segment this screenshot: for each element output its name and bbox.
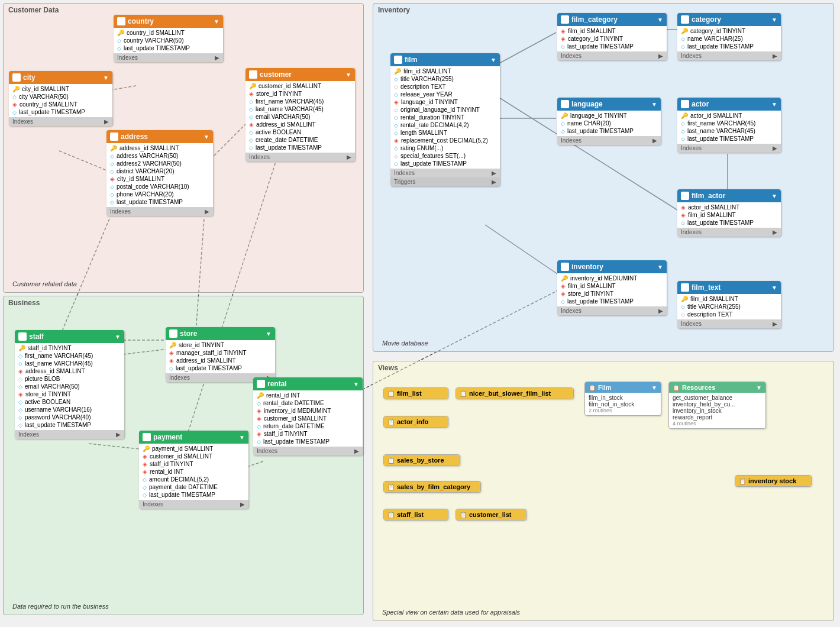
table-address-footer[interactable]: Indexes ▶ bbox=[106, 207, 213, 216]
table-film-body: 🔑film_id SMALLINT ◇title VARCHAR(255) ◇d… bbox=[390, 66, 500, 169]
table-film-actor-name: film_actor bbox=[692, 192, 725, 200]
table-film-footer[interactable]: Indexes ▶ bbox=[390, 169, 500, 177]
table-row: ◈store_id TINYINT bbox=[15, 390, 124, 398]
table-icon bbox=[681, 100, 689, 108]
table-row: ◇username VARCHAR(16) bbox=[15, 406, 124, 413]
table-row: ◈manager_staff_id TINYINT bbox=[166, 349, 275, 357]
table-inventory-footer[interactable]: Indexes ▶ bbox=[557, 306, 667, 315]
table-language-body: 🔑language_id TINYINT ◇name CHAR(20) ◇las… bbox=[557, 111, 661, 136]
view-staff-list-header: 📋 staff_list bbox=[384, 509, 448, 520]
table-customer-footer[interactable]: Indexes ▶ bbox=[245, 153, 355, 161]
table-country-footer[interactable]: Indexes ▶ bbox=[114, 53, 223, 62]
table-country[interactable]: country ▼ 🔑country_id SMALLINT ◇country … bbox=[114, 15, 223, 62]
table-film-actor-header: film_actor ▼ bbox=[677, 189, 781, 202]
view-staff-list-label: staff_list bbox=[397, 511, 424, 518]
table-row: ◇last_name VARCHAR(45) bbox=[245, 105, 355, 113]
table-language-footer[interactable]: Indexes ▶ bbox=[557, 136, 661, 145]
table-row: ◈city_id SMALLINT bbox=[106, 175, 213, 183]
table-rental-footer[interactable]: Indexes ▶ bbox=[253, 447, 363, 455]
routine-item: film_not_in_stock bbox=[589, 401, 657, 408]
table-row: ◇title VARCHAR(255) bbox=[390, 75, 500, 83]
table-address[interactable]: address ▼ 🔑address_id SMALLINT ◇address … bbox=[106, 130, 213, 216]
table-category[interactable]: category ▼ 🔑category_id TINYINT ◇name VA… bbox=[677, 13, 781, 60]
table-film-text-name: film_text bbox=[692, 283, 721, 292]
table-icon bbox=[117, 17, 125, 25]
table-inventory-body: 🔑inventory_id MEDIUMINT ◈film_id SMALLIN… bbox=[557, 273, 667, 306]
table-film-category-header: film_category ▼ bbox=[557, 13, 667, 26]
table-payment-name: payment bbox=[153, 433, 182, 441]
table-row: ◇title VARCHAR(255) bbox=[677, 303, 781, 311]
view-customer-list[interactable]: 📋 customer_list bbox=[455, 509, 526, 521]
table-icon bbox=[681, 283, 689, 292]
table-city-name: city bbox=[23, 73, 35, 82]
table-payment-body: 🔑payment_id SMALLINT ◈customer_id SMALLI… bbox=[139, 444, 248, 500]
table-icon bbox=[169, 329, 177, 338]
table-rental-header: rental ▼ bbox=[253, 377, 363, 390]
table-film-category-body: ◈film_id SMALLINT ◈category_id TINYINT ◇… bbox=[557, 26, 667, 51]
table-inventory[interactable]: inventory ▼ 🔑inventory_id MEDIUMINT ◈fil… bbox=[557, 260, 667, 315]
table-country-body: 🔑country_id SMALLINT ◇country VARCHAR(50… bbox=[114, 28, 223, 53]
table-film-category-footer[interactable]: Indexes ▶ bbox=[557, 51, 667, 60]
table-city-footer[interactable]: Indexes ▶ bbox=[9, 117, 112, 126]
table-language[interactable]: language ▼ 🔑language_id TINYINT ◇name CH… bbox=[557, 98, 661, 145]
table-payment[interactable]: payment ▼ 🔑payment_id SMALLINT ◈customer… bbox=[139, 431, 248, 509]
table-film-actor[interactable]: film_actor ▼ ◈actor_id SMALLINT ◈film_id… bbox=[677, 189, 781, 237]
table-language-name: language bbox=[571, 100, 603, 108]
table-film[interactable]: film ▼ 🔑film_id SMALLINT ◇title VARCHAR(… bbox=[390, 53, 500, 186]
table-film-name: film bbox=[405, 56, 417, 64]
view-sales-store[interactable]: 📋 sales_by_store bbox=[383, 454, 460, 466]
table-actor[interactable]: actor ▼ 🔑actor_id SMALLINT ◇first_name V… bbox=[677, 98, 781, 153]
view-nicer-film-list-label: nicer_but_slower_film_list bbox=[469, 390, 551, 397]
table-store[interactable]: store ▼ 🔑store_id TINYINT ◈manager_staff… bbox=[166, 327, 275, 382]
table-payment-footer[interactable]: Indexes ▶ bbox=[139, 500, 248, 509]
table-category-footer[interactable]: Indexes ▶ bbox=[677, 51, 781, 60]
table-customer[interactable]: customer ▼ 🔑customer_id SMALLINT ◈store_… bbox=[245, 68, 355, 161]
table-row: 🔑language_id TINYINT bbox=[557, 112, 661, 119]
table-row: ◈staff_id TINYINT bbox=[139, 460, 248, 468]
table-language-header: language ▼ bbox=[557, 98, 661, 111]
view-inventory-stock-header: 📋 inventory stock bbox=[735, 476, 811, 486]
view-staff-list[interactable]: 📋 staff_list bbox=[383, 509, 448, 521]
table-actor-footer[interactable]: Indexes ▶ bbox=[677, 144, 781, 153]
table-film-category[interactable]: film_category ▼ ◈film_id SMALLINT ◈categ… bbox=[557, 13, 667, 60]
table-icon bbox=[257, 380, 265, 388]
view-resources-routines[interactable]: 📋 Resources ▼ get_customer_balance inven… bbox=[668, 382, 766, 429]
table-city-body: 🔑city_id SMALLINT ◇city VARCHAR(50) ◈cou… bbox=[9, 84, 112, 117]
view-sales-film[interactable]: 📋 sales_by_film_category bbox=[383, 481, 481, 493]
table-customer-body: 🔑customer_id SMALLINT ◈store_id TINYINT … bbox=[245, 81, 355, 153]
table-film-text-footer[interactable]: Indexes ▶ bbox=[677, 319, 781, 328]
view-sales-store-label: sales_by_store bbox=[397, 457, 444, 464]
table-rental-name: rental bbox=[267, 380, 287, 388]
view-inventory-stock[interactable]: 📋 inventory stock bbox=[735, 475, 812, 487]
table-row: ◇address2 VARCHAR(50) bbox=[106, 160, 213, 167]
table-country-header: country ▼ bbox=[114, 15, 223, 28]
table-row: ◇last_update TIMESTAMP bbox=[166, 364, 275, 372]
table-rental[interactable]: rental ▼ 🔑rental_id INT ◇rental_date DAT… bbox=[253, 377, 363, 455]
table-row: ◇last_update TIMESTAMP bbox=[557, 127, 661, 135]
table-row: ◇create_date DATETIME bbox=[245, 136, 355, 144]
table-film-text[interactable]: film_text ▼ 🔑film_id SMALLINT ◇title VAR… bbox=[677, 281, 781, 328]
table-row: ◈store_id TINYINT bbox=[557, 290, 667, 298]
table-row: ◈rental_id INT bbox=[139, 468, 248, 476]
table-row: ◇address VARCHAR(50) bbox=[106, 152, 213, 160]
table-row: ◈staff_id TINYINT bbox=[253, 430, 363, 438]
table-category-name: category bbox=[692, 15, 721, 24]
view-actor-info[interactable]: 📋 actor_info bbox=[383, 416, 448, 428]
table-city[interactable]: city ▼ 🔑city_id SMALLINT ◇city VARCHAR(5… bbox=[9, 71, 112, 126]
table-row: ◈address_id SMALLINT bbox=[245, 121, 355, 128]
table-film-triggers[interactable]: Triggers ▶ bbox=[390, 177, 500, 186]
table-row: ◇picture BLOB bbox=[15, 375, 124, 383]
table-staff-name: staff bbox=[29, 332, 44, 341]
table-staff-footer[interactable]: Indexes ▶ bbox=[15, 430, 124, 439]
table-staff[interactable]: staff ▼ 🔑staff_id TINYINT ◇first_name VA… bbox=[15, 330, 124, 439]
table-icon bbox=[110, 132, 118, 141]
section-business-title: Business bbox=[8, 299, 40, 307]
table-row: ◇amount DECIMAL(5,2) bbox=[139, 476, 248, 483]
table-film-actor-footer[interactable]: Indexes ▶ bbox=[677, 228, 781, 237]
view-nicer-film-list[interactable]: 📋 nicer_but_slower_film_list bbox=[455, 387, 574, 399]
table-row: ◇last_update TIMESTAMP bbox=[677, 135, 781, 143]
view-film-list[interactable]: 📋 film_list bbox=[383, 387, 448, 399]
table-row: ◇rating ENUM(...) bbox=[390, 144, 500, 152]
table-film-text-body: 🔑film_id SMALLINT ◇title VARCHAR(255) ◇d… bbox=[677, 294, 781, 319]
view-film-routines[interactable]: 📋 Film ▼ film_in_stock film_not_in_stock… bbox=[584, 382, 661, 416]
